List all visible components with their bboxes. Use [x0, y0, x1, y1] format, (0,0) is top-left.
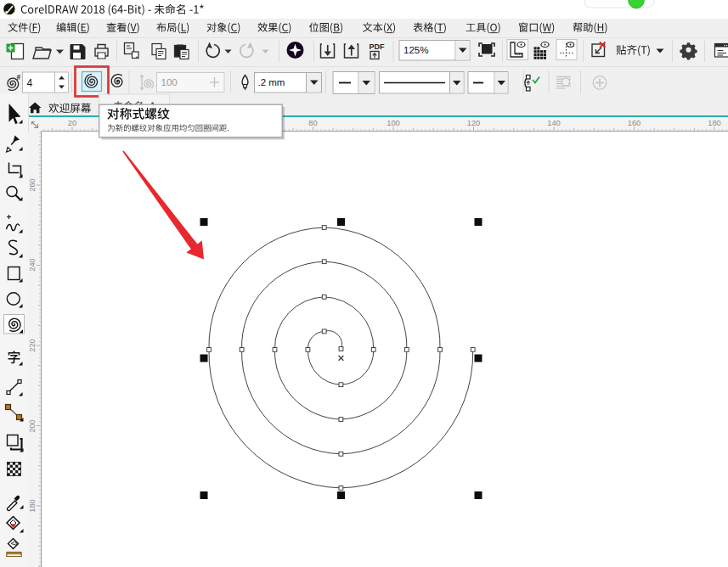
svg-text:220: 220: [28, 339, 37, 352]
svg-text:4: 4: [27, 77, 33, 89]
svg-text:120: 120: [467, 119, 481, 127]
svg-text:160: 160: [628, 119, 641, 127]
svg-text:.2 mm: .2 mm: [258, 77, 285, 87]
svg-text:PDF: PDF: [370, 42, 386, 51]
svg-text:100: 100: [387, 119, 400, 127]
svg-text:140: 140: [547, 119, 561, 127]
svg-text:#: #: [17, 73, 21, 81]
svg-text:200: 200: [28, 419, 37, 433]
svg-text:180: 180: [28, 499, 37, 513]
svg-text:260: 260: [28, 178, 37, 192]
svg-text:20: 20: [68, 119, 76, 127]
svg-text:80: 80: [308, 119, 317, 127]
svg-text:100: 100: [161, 77, 178, 87]
svg-text:180: 180: [708, 119, 721, 127]
svg-text:125%: 125%: [404, 45, 428, 55]
svg-text:240: 240: [28, 258, 37, 272]
